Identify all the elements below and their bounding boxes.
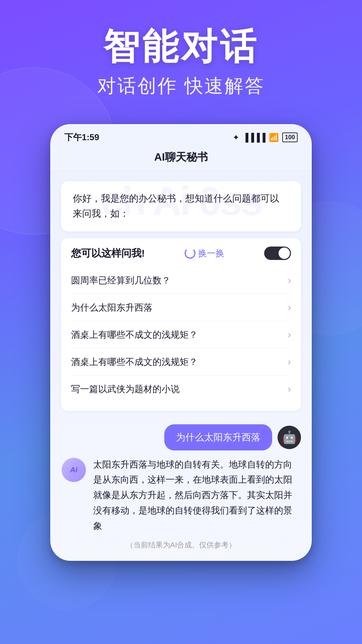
signal-icon: ▐▐▐▐ bbox=[243, 133, 265, 142]
ai-response-text: 太阳东升西落与地球的自转有关。地球自转的方向是从东向西，这样一来，在地球表面上看… bbox=[93, 457, 301, 534]
suggestion-item-4[interactable]: 写一篇以武侠为题材的小说 › bbox=[71, 376, 291, 402]
refresh-button[interactable]: 换一换 bbox=[185, 248, 224, 259]
suggestion-item-0[interactable]: 圆周率已经算到几位数？ › bbox=[71, 267, 291, 294]
status-bar: 下午1:59 ✦ ▐▐▐▐ 📶 100 bbox=[51, 125, 311, 147]
app-header: AI聊天秘书 bbox=[51, 147, 311, 171]
hero-subtitle: 对话创作 快速解答 bbox=[0, 73, 362, 99]
hero-title: 智能对话 bbox=[0, 27, 362, 67]
wifi-icon: 📶 bbox=[269, 133, 279, 142]
suggestions-header: 您可以这样问我! 换一换 bbox=[71, 247, 291, 260]
disclaimer: （当前结果为AI合成。仅供参考） bbox=[51, 537, 311, 560]
refresh-label: 换一换 bbox=[198, 248, 224, 259]
ai-avatar: Ai bbox=[61, 457, 86, 483]
suggestion-text-2: 酒桌上有哪些不成文的浅规矩？ bbox=[71, 329, 288, 341]
suggestion-item-2[interactable]: 酒桌上有哪些不成文的浅规矩？ › bbox=[71, 321, 291, 348]
hero-section: 智能对话 对话创作 快速解答 bbox=[0, 27, 362, 99]
suggestions-title: 您可以这样问我! bbox=[71, 247, 145, 260]
chat-area: ch Ai 0ss 你好，我是您的办公秘书，想知道什么问题都可以 来问我，如： … bbox=[51, 171, 311, 560]
suggestion-text-0: 圆周率已经算到几位数？ bbox=[71, 274, 288, 286]
user-avatar: 🤖 bbox=[278, 426, 301, 449]
robot-icon: 🤖 bbox=[282, 430, 297, 444]
suggestions-section: 您可以这样问我! 换一换 圆周率已经算到几位数？ › 为什么太阳东升西落 › bbox=[61, 238, 301, 411]
suggestion-text-4: 写一篇以武侠为题材的小说 bbox=[71, 383, 288, 395]
suggestion-text-3: 酒桌上有哪些不成文的浅规矩？ bbox=[71, 356, 288, 368]
status-time: 下午1:59 bbox=[64, 131, 99, 143]
suggestion-text-1: 为什么太阳东升西落 bbox=[71, 302, 288, 314]
phone-screen: 下午1:59 ✦ ▐▐▐▐ 📶 100 AI聊天秘书 ch Ai 0ss 你好，… bbox=[50, 124, 312, 561]
suggestion-item-1[interactable]: 为什么太阳东升西落 › bbox=[71, 294, 291, 321]
chevron-icon-2: › bbox=[288, 329, 291, 340]
user-message-row: 为什么太阳东升西落 🤖 bbox=[51, 418, 311, 454]
battery-indicator: 100 bbox=[282, 132, 298, 142]
chevron-icon-3: › bbox=[288, 357, 291, 367]
chevron-icon-0: › bbox=[288, 275, 291, 286]
status-icons: ✦ ▐▐▐▐ 📶 100 bbox=[233, 132, 298, 142]
greeting-bubble: 你好，我是您的办公秘书，想知道什么问题都可以 来问我，如： bbox=[61, 181, 301, 231]
suggestion-item-3[interactable]: 酒桌上有哪些不成文的浅规矩？ › bbox=[71, 348, 291, 376]
greeting-text: 你好，我是您的办公秘书，想知道什么问题都可以 来问我，如： bbox=[73, 193, 279, 219]
ai-response-row: Ai 太阳东升西落与地球的自转有关。地球自转的方向是从东向西，这样一来，在地球表… bbox=[51, 454, 311, 537]
refresh-icon bbox=[185, 248, 195, 259]
chevron-icon-4: › bbox=[288, 384, 291, 394]
bluetooth-icon: ✦ bbox=[233, 133, 239, 142]
app-title: AI聊天秘书 bbox=[154, 151, 208, 163]
user-bubble: 为什么太阳东升西落 bbox=[164, 424, 272, 450]
toggle-switch[interactable] bbox=[264, 247, 291, 260]
toggle-knob bbox=[279, 248, 290, 259]
phone-mockup: 下午1:59 ✦ ▐▐▐▐ 📶 100 AI聊天秘书 ch Ai 0ss 你好，… bbox=[50, 124, 312, 561]
chevron-icon-1: › bbox=[288, 302, 291, 313]
